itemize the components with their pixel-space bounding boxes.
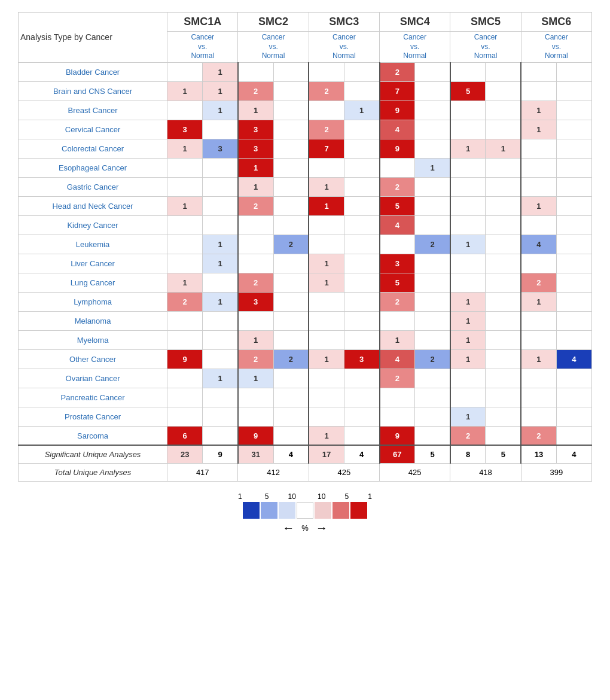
data-cell [521,62,556,81]
data-cell [344,388,379,407]
right-arrow: → [316,521,328,535]
data-cell [450,101,486,120]
sig-smc4-2: 5 [415,445,450,463]
legend-white [297,502,313,519]
significant-row: Significant Unique Analyses 23 9 31 4 17… [19,445,592,463]
data-cell [273,81,309,101]
data-cell: 1 [521,196,556,215]
data-cell: 1 [309,273,344,292]
data-cell [167,407,203,426]
data-cell [344,426,379,445]
data-cell [238,254,273,273]
data-cell [521,254,556,273]
data-cell: 1 [344,101,379,120]
legend-b5 [243,502,260,519]
data-cell [486,349,521,369]
data-cell: 1 [238,101,273,120]
data-cell [167,158,203,177]
data-cell [238,407,273,426]
data-cell [450,158,486,177]
data-cell [415,311,450,330]
data-cell [556,158,591,177]
data-cell [273,388,309,407]
data-cell [450,254,486,273]
cancer-label: Lymphoma [19,292,167,311]
cancer-label: Myeloma [19,330,167,349]
cancer-row: Breast Cancer11191 [19,101,592,120]
data-cell [415,215,450,235]
data-cell: 3 [238,139,273,158]
data-cell [415,101,450,120]
data-cell: 2 [273,235,309,254]
data-cell: 2 [380,292,415,311]
data-cell [556,196,591,215]
data-cell: 3 [238,120,273,139]
data-cell [556,62,591,81]
data-cell [203,158,238,177]
sig-smc4-1: 67 [380,445,415,463]
data-cell [380,235,415,254]
data-cell [167,388,203,407]
cancer-row: Pancreatic Cancer [19,388,592,407]
data-cell [450,369,486,388]
total-smc3: 425 [309,463,379,481]
cancer-label: Ovarian Cancer [19,369,167,388]
data-cell [486,101,521,120]
total-row: Total Unique Analyses 417 412 425 425 41… [19,463,592,481]
cancer-label: Cervical Cancer [19,120,167,139]
data-cell: 6 [167,426,203,445]
total-smc5: 418 [450,463,521,481]
data-cell: 2 [167,292,203,311]
sig-smc1a-2: 9 [203,445,238,463]
data-cell: 1 [521,292,556,311]
data-cell [486,311,521,330]
data-cell [273,120,309,139]
data-cell [167,177,203,196]
cancer-row: Prostate Cancer1 [19,407,592,426]
data-cell [344,62,379,81]
data-cell: 2 [238,349,273,369]
data-cell: 2 [238,81,273,101]
data-cell [556,273,591,292]
data-cell [450,62,486,81]
cancer-label: Sarcoma [19,426,167,445]
cancer-row: Myeloma111 [19,330,592,349]
data-cell: 1 [203,101,238,120]
data-cell [556,330,591,349]
legend-label-b5: 5 [265,492,269,501]
data-cell [344,292,379,311]
data-cell [309,369,344,388]
percent-label: % [301,524,309,532]
cancer-label: Other Cancer [19,349,167,369]
data-cell [415,254,450,273]
smc5-subheader: Cancervs.Normal [450,32,521,63]
data-cell: 1 [450,292,486,311]
cancer-row: Cervical Cancer33241 [19,120,592,139]
legend-label-r5: 5 [344,492,349,501]
data-cell: 1 [521,101,556,120]
data-cell: 2 [450,426,486,445]
sig-smc5-1: 8 [450,445,486,463]
data-cell: 1 [309,349,344,369]
cancer-label: Leukemia [19,235,167,254]
data-cell [521,407,556,426]
data-cell: 1 [521,349,556,369]
data-cell [380,158,415,177]
data-cell [521,139,556,158]
cancer-label: Prostate Cancer [19,407,167,426]
data-cell [344,311,379,330]
data-cell [273,254,309,273]
data-cell: 3 [344,349,379,369]
data-cell: 1 [167,273,203,292]
cancer-row: Liver Cancer113 [19,254,592,273]
data-cell [556,177,591,196]
data-cell [309,292,344,311]
data-cell [415,388,450,407]
data-cell [486,81,521,101]
data-cell [521,81,556,101]
legend-top-labels: 1 5 10 10 5 1 [238,492,372,501]
data-cell [344,215,379,235]
data-cell [203,273,238,292]
smc6-subheader: Cancervs.Normal [521,32,591,63]
cancer-label: Esophageal Cancer [19,158,167,177]
